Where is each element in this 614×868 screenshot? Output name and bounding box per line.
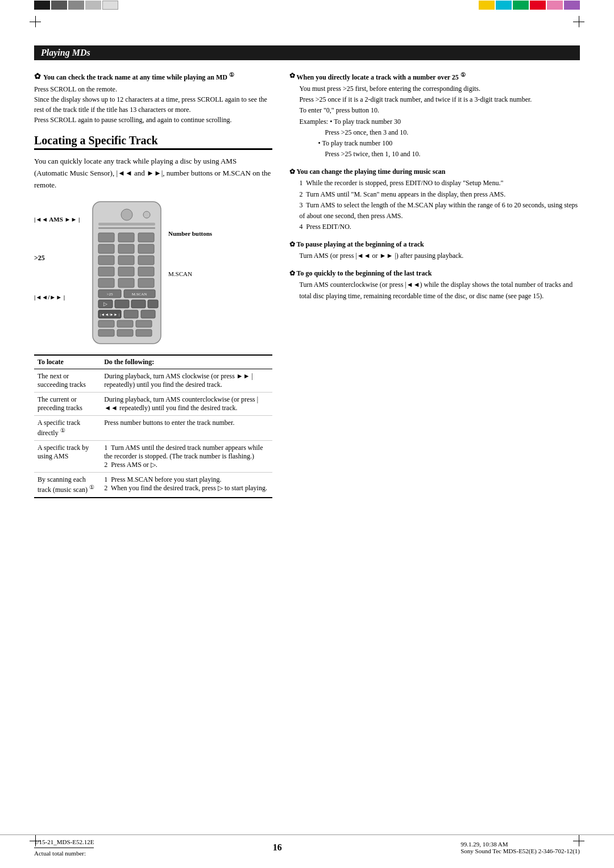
svg-text:|◄◄/►► |: |◄◄/►► | [100,312,119,317]
tip-icon-5: ✿ [289,269,295,278]
table-cell-action-2: During playback, turn AMS counterclockwi… [101,393,272,416]
svg-rect-32 [141,310,155,318]
table-cell-locate-5: By scanning each track (music scan) ① [34,473,101,498]
table-row: By scanning each track (music scan) ① 1 … [34,473,272,498]
svg-rect-13 [138,256,154,265]
color-block-black [34,1,50,10]
svg-point-1 [121,209,132,220]
remote-left-labels: |◄◄ AMS ►► | >25 |◄◄/►► | [34,199,85,301]
table-row: A specific track directly ① Press number… [34,416,272,441]
footer-file-ref: 1/15-21_MDS-E52.12E [34,838,94,845]
top-right-color-blocks [479,0,580,10]
svg-rect-12 [118,256,134,265]
tip-pause-title: To pause playing at the beginning of a t… [297,240,424,249]
svg-text:M.SCAN: M.SCAN [132,292,147,297]
label-mscan: M.SCAN [168,270,212,277]
footer-right: 99.1.29, 10:38 AM Sony Sound Tec MDS-E52… [460,841,580,854]
tip-music-scan-header: ✿ You can change the playing time during… [289,168,580,176]
tip-last-track: ✿ To go quickly to the beginning of the … [289,269,580,301]
tip-last-track-title: To go quickly to the beginning of the la… [297,269,432,278]
svg-rect-9 [118,244,134,253]
svg-rect-36 [98,329,114,336]
tip-last-track-header: ✿ To go quickly to the beginning of the … [289,269,580,278]
remote-diagram-container: |◄◄ AMS ►► | >25 |◄◄/►► | [34,199,272,349]
svg-rect-33 [98,320,114,327]
table-cell-locate-4: A specific track by using AMS [34,441,101,473]
table-cell-locate-2: The current or preceding tracks [34,393,101,416]
svg-rect-15 [118,267,134,276]
tip-pause-header: ✿ To pause playing at the beginning of a… [289,240,580,249]
remote-svg: >25 M.SCAN ▷ |◄◄/►► | [90,199,164,349]
table-cell-action-1: During playback, turn AMS clockwise (or … [101,369,272,393]
table-cell-locate-3: A specific track directly ① [34,416,101,441]
tip-music-scan-body: 1 While the recorder is stopped, press E… [300,178,580,232]
svg-rect-26 [115,300,129,308]
tip-over25-header: ✿ When you directly locate a track with … [289,72,580,82]
table-cell-locate-1: The next or succeeding tracks [34,369,101,393]
color-block-white [102,1,118,10]
page-number: 16 [273,842,282,853]
tip-music-scan: ✿ You can change the playing time during… [289,168,580,232]
color-block-purple [564,1,580,10]
svg-rect-31 [124,310,138,318]
svg-text:▷: ▷ [103,301,107,307]
svg-rect-34 [117,320,133,327]
tip-icon-2: ✿ [289,72,295,80]
color-block-cyan [496,1,512,10]
color-block-darkgray [51,1,67,10]
color-block-lightgray [85,1,101,10]
color-block-pink [547,1,563,10]
svg-rect-10 [138,244,154,253]
tip-check-track-name-title: You can check the track name at any time… [43,72,234,82]
footer-bottom-label: Actual total number: [34,848,94,857]
label-ams: |◄◄ AMS ►► | [34,216,85,223]
tip-pause: ✿ To pause playing at the beginning of a… [289,240,580,261]
svg-text:>25: >25 [107,292,113,297]
top-color-bar [0,0,614,10]
top-left-color-blocks [34,0,118,10]
svg-point-2 [143,211,150,218]
tip-title-text: You can check the track name at any time… [43,73,227,81]
crosshair-top-left [30,16,41,27]
footer-date: 99.1.29, 10:38 AM [460,841,580,848]
tip-check-track-name-body: Press SCROLL on the remote. Since the di… [34,84,272,125]
svg-rect-37 [117,329,133,336]
table-row: The current or preceding tracks During p… [34,393,272,416]
location-table: To locate Do the following: The next or … [34,354,272,498]
svg-rect-14 [98,267,114,276]
svg-rect-4 [98,227,155,229]
svg-rect-8 [98,244,114,253]
svg-rect-18 [118,278,134,287]
table-cell-action-3: Press number buttons to enter the track … [101,416,272,441]
svg-rect-35 [136,320,152,327]
tip-music-scan-title: You can change the playing time during m… [297,168,446,176]
color-block-green [513,1,529,10]
svg-rect-16 [138,267,154,276]
color-block-yellow [479,1,495,10]
table-cell-action-4: 1 Turn AMS until the desired track numbe… [101,441,272,473]
table-row: The next or succeeding tracks During pla… [34,369,272,393]
svg-rect-28 [148,300,158,308]
svg-rect-11 [98,256,114,265]
right-column: ✿ When you directly locate a track with … [289,72,580,498]
table-cell-action-5: 1 Press M.SCAN before you start playing.… [101,473,272,498]
left-column: ✿ You can check the track name at any ti… [34,72,272,498]
table-header-locate: To locate [34,355,101,369]
footer-left: 1/15-21_MDS-E52.12E Actual total number: [34,838,94,857]
table-row: A specific track by using AMS 1 Turn AMS… [34,441,272,473]
tip-over25: ✿ When you directly locate a track with … [289,72,580,160]
label-gt25: >25 [34,254,85,262]
svg-rect-5 [98,233,114,242]
svg-rect-27 [131,300,146,308]
svg-rect-38 [136,329,152,336]
svg-rect-19 [138,278,154,287]
crosshair-top-right [573,16,584,27]
tip-over25-title: When you directly locate a track with a … [297,72,466,82]
svg-rect-17 [98,278,114,287]
tip-icon-3: ✿ [289,168,295,176]
section-heading-locating: Locating a Specific Track [34,134,272,150]
tip-last-track-body: Turn AMS counterclockwise (or press |◄◄)… [300,279,580,301]
tip-icon-1: ✿ [34,72,41,81]
playing-mds-header: Playing MDs [34,45,580,60]
svg-rect-7 [138,233,154,242]
